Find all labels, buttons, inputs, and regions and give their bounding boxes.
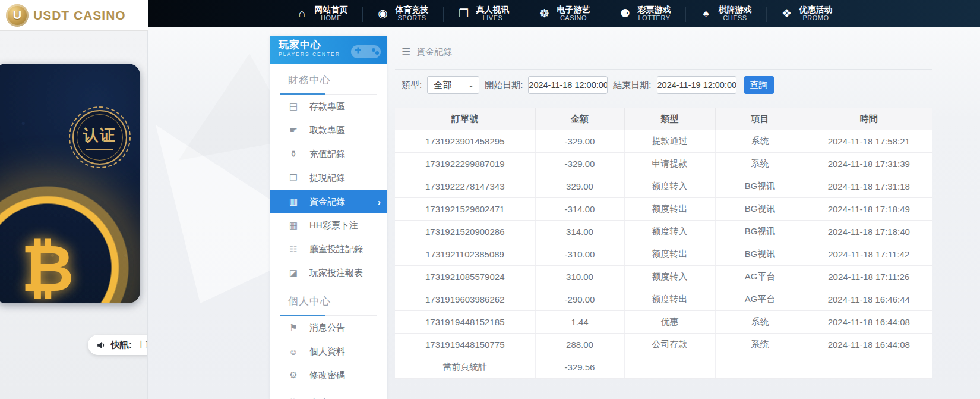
sidebar-item-money-bag[interactable]: ⚱充值記錄 — [270, 142, 387, 166]
table-row: 1731921085579024310.00额度转入AG平台2024-11-18… — [395, 266, 932, 288]
table-cell: 2024-11-18 17:31:39 — [805, 153, 932, 175]
sidebar-item-deposit-card[interactable]: ▤存款專區 — [270, 95, 387, 118]
table-row: 1731921102385089-310.00额度转出BG视讯2024-11-1… — [395, 243, 932, 266]
certified-badge: 认证 — [72, 110, 127, 165]
table-row: 1731919448150775288.00公司存款系统2024-11-18 1… — [395, 334, 932, 356]
gamepad-icon — [350, 40, 382, 61]
nav-item-home[interactable]: ⌂网站首页HOME — [282, 4, 362, 24]
sidebar-item-label: 存款專區 — [309, 101, 345, 112]
sidebar-item-label: 取款專區 — [309, 125, 345, 136]
table-cell: 329.00 — [535, 175, 624, 198]
coin-logo-icon: U — [6, 4, 29, 27]
table-cell: 系统 — [715, 153, 805, 175]
page: ⌂网站首页HOME◉体育竞技SPORTS❐真人视讯LIVES☸电子游艺CASIN… — [0, 0, 980, 399]
gear-icon: ⚙ — [288, 370, 299, 381]
table-row: 17319194481521851.44优惠系统2024-11-18 16:44… — [395, 311, 932, 334]
filter-bar: 類型: 全部 ⌄ 開始日期: 結束日期: 查詢 — [402, 76, 774, 94]
certified-badge-text: 认证 — [83, 125, 116, 146]
table-cell: 额度转出 — [624, 243, 715, 266]
type-select[interactable]: 全部 ⌄ — [427, 76, 479, 94]
column-header: 項目 — [715, 108, 805, 130]
nav-item-casino[interactable]: ☸电子游艺CASINO — [524, 4, 605, 24]
table-cell: 1731922278147343 — [395, 175, 535, 198]
playing-cards-icon: ❐ — [457, 8, 470, 19]
sidebar-section-title: 代理中心 — [280, 397, 377, 399]
roulette-icon: ☸ — [538, 8, 551, 19]
column-header: 訂單號 — [395, 108, 535, 130]
nav-item-promo[interactable]: ❖优惠活动PROMO — [766, 4, 847, 24]
nav-label-en: LIVES — [483, 14, 503, 22]
nav-item-lottery[interactable]: ⚈彩票游戏LOTTERY — [605, 4, 685, 24]
nav-label-zh: 优惠活动 — [799, 5, 833, 14]
sidebar-item-bet-list[interactable]: ☷廳室投註記錄 — [270, 237, 387, 261]
start-date-input[interactable] — [528, 76, 608, 94]
sidebar-header: 玩家中心 PLAYERS CENTER — [270, 36, 387, 64]
table-cell: 1731921529602471 — [395, 198, 535, 221]
table-cell: 1731919448150775 — [395, 334, 535, 356]
table-row: 1731921520900286314.00额度转入BG视讯2024-11-18… — [395, 221, 932, 243]
logo[interactable]: U USDT CASINO — [0, 0, 148, 31]
table-cell: 优惠 — [624, 311, 715, 334]
sidebar-item-gear[interactable]: ⚙修改密碼 — [270, 363, 387, 387]
table-row: 1731921529602471-314.00额度转出BG视讯2024-11-1… — [395, 198, 932, 221]
sidebar-item-cash-record[interactable]: ▥資金記錄› — [270, 190, 387, 213]
table-cell: 额度转入 — [624, 221, 715, 243]
summary-cell: 當前頁統計 — [395, 356, 535, 379]
summary-cell — [805, 356, 932, 379]
page-title: 資金記錄 — [416, 46, 452, 58]
table-cell: AG平台 — [715, 288, 805, 311]
cash-record-icon: ▥ — [288, 196, 299, 207]
table-row: 1731922299887019-329.00申请提款系统2024-11-18 … — [395, 153, 932, 175]
sidebar-item-report-chart[interactable]: ◪玩家投注報表 — [270, 261, 387, 285]
sidebar-item-label: 充值記錄 — [309, 149, 345, 160]
table-cell: -329.00 — [535, 130, 624, 153]
sidebar-section-title: 個人中心 — [280, 294, 377, 316]
menu-toggle-icon[interactable]: ☰ — [402, 46, 410, 58]
nav-label-en: CHESS — [723, 14, 747, 22]
table-cell: 2024-11-18 16:44:08 — [805, 311, 932, 334]
sidebar-item-person[interactable]: ☺個人資料 — [270, 340, 387, 363]
wallet-icon: ❒ — [288, 172, 299, 183]
nav-item-sports[interactable]: ◉体育竞技SPORTS — [362, 4, 443, 24]
sidebar-item-lottery-doc[interactable]: ▦HH彩票下注 — [270, 213, 387, 237]
table-cell: BG视讯 — [715, 198, 805, 221]
ticker-label: 快訊: — [111, 340, 132, 351]
start-date-label: 開始日期: — [485, 80, 523, 91]
chevron-right-icon: › — [378, 197, 381, 207]
nav-label-en: HOME — [321, 14, 342, 22]
deposit-card-icon: ▤ — [288, 101, 299, 112]
sidebar-item-bell[interactable]: ⚑消息公告 — [270, 316, 387, 340]
table-cell: BG视讯 — [715, 221, 805, 243]
table-cell: 1731921085579024 — [395, 266, 535, 288]
table-header-row: 訂單號金額類型項目時間 — [395, 108, 932, 130]
table-cell: 310.00 — [535, 266, 624, 288]
summary-cell — [624, 356, 715, 379]
table-cell: 2024-11-18 16:46:44 — [805, 288, 932, 311]
nav-item-chess[interactable]: ♠棋牌游戏CHESS — [685, 4, 766, 24]
sidebar-item-label: 提現記錄 — [309, 172, 345, 184]
report-chart-icon: ◪ — [288, 268, 299, 278]
table-cell: 额度转出 — [624, 198, 715, 221]
person-icon: ☺ — [288, 347, 299, 357]
table-cell: -314.00 — [535, 198, 624, 221]
table-cell: 额度转入 — [624, 266, 715, 288]
nav-label-en: LOTTERY — [638, 14, 670, 22]
nav-item-lives[interactable]: ❐真人视讯LIVES — [443, 4, 524, 24]
sidebar-item-wallet[interactable]: ❒提現記錄 — [270, 166, 387, 190]
bitcoin-promo-banner[interactable]: ₿ 认证 — [0, 64, 140, 303]
sidebar-item-withdraw-hand[interactable]: ☛取款專區 — [270, 118, 387, 142]
logo-text: USDT CASINO — [33, 8, 126, 23]
summary-cell — [715, 356, 805, 379]
nav-label-en: CASINO — [560, 14, 587, 22]
end-date-input[interactable] — [657, 76, 736, 94]
speaker-icon — [96, 340, 106, 350]
table-cell: 314.00 — [535, 221, 624, 243]
query-button[interactable]: 查詢 — [744, 76, 774, 94]
table-cell: 系统 — [715, 130, 805, 153]
sports-ball-icon: ◉ — [377, 8, 390, 19]
table-cell: 2024-11-18 17:18:49 — [805, 198, 932, 221]
chevron-down-icon: ⌄ — [468, 81, 474, 89]
table-cell: 1731919448152185 — [395, 311, 535, 334]
sidebar-item-label: HH彩票下注 — [309, 220, 358, 231]
table-cell: 2024-11-18 17:11:26 — [805, 266, 932, 288]
